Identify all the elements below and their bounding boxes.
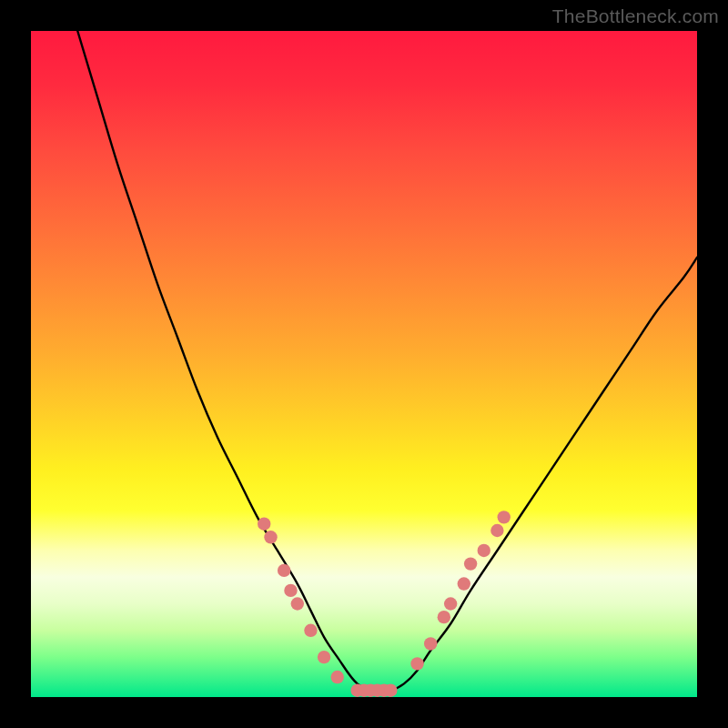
curve-marker: [410, 657, 423, 670]
curve-marker: [258, 517, 270, 530]
curve-marker: [498, 511, 511, 523]
curve-marker: [478, 544, 490, 557]
curve-marker: [284, 584, 297, 597]
curve-marker: [490, 524, 503, 537]
curve-marker: [331, 671, 344, 683]
curve-marker: [264, 531, 277, 543]
curve-marker: [278, 564, 290, 577]
watermark-text: TheBottleneck.com: [552, 5, 719, 27]
chart-svg: [31, 31, 697, 697]
curve-marker: [318, 651, 330, 663]
chart-frame: TheBottleneck.com: [0, 0, 728, 728]
plot-area: [31, 31, 697, 697]
curve-marker: [291, 597, 304, 610]
curve-marker: [304, 624, 317, 637]
curve-marker: [424, 637, 437, 650]
curve-marker: [464, 557, 477, 570]
curve-marker: [384, 683, 397, 696]
curve-line: [77, 31, 697, 692]
curve-marker: [438, 611, 450, 623]
curve-marker: [444, 597, 457, 610]
curve-marker: [458, 577, 470, 590]
curve-markers: [258, 511, 511, 697]
